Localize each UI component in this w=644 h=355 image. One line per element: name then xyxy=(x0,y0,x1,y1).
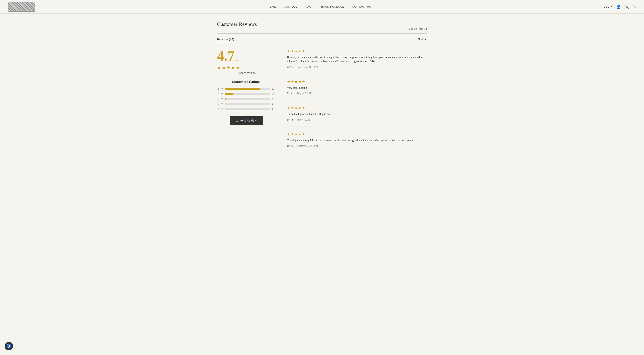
review-separator-3 xyxy=(294,145,296,147)
rating-bar-track-1 xyxy=(225,108,270,110)
customers-ratings-title: Customers Ratings xyxy=(217,80,276,84)
nav-item-catalog[interactable]: CATALOG xyxy=(284,5,298,8)
review-star-icon: ★ xyxy=(291,132,294,136)
review-date-3: September 12, 2021 xyxy=(297,145,318,147)
star-5-icon: ★ xyxy=(236,65,240,70)
review-text-1: Very fast shipping xyxy=(287,86,427,90)
account-icon[interactable]: 👤 xyxy=(616,5,621,9)
reviews-layout: 4.7 /5 ★ ★ ★ ★ ★ From 74 reviews Custome… xyxy=(217,49,427,158)
review-star-icon: ★ xyxy=(298,80,301,84)
reviewer-name-3: B***e xyxy=(287,145,293,147)
review-item-3: ★★★★★ The shipment was quick and the cus… xyxy=(287,132,427,153)
rating-bar-label-4: 4 xyxy=(217,92,220,95)
main-content: Customer Reviews 1 To 10 From 74 Reviews… xyxy=(206,13,439,166)
review-text-3: The shipment was quick and the customer … xyxy=(287,138,427,143)
nav-item-track-package[interactable]: TRACK PACKAGE xyxy=(319,5,344,8)
rating-bar-star-icon-3: ★ xyxy=(221,97,224,100)
from-reviews: From 74 reviews xyxy=(217,71,276,74)
review-star-icon: ★ xyxy=(294,80,298,84)
review-star-icon: ★ xyxy=(294,106,298,110)
rating-bar-label-2: 2 xyxy=(217,102,220,105)
reviewer-name-2: B***n xyxy=(287,118,293,121)
review-item-0: ★★★★★ Honestly it came out exactly how I… xyxy=(287,49,427,74)
rating-bar-track-5 xyxy=(225,88,270,90)
rating-denom: /5 xyxy=(236,57,238,61)
nav-link-faq[interactable]: FAQ xyxy=(306,5,312,8)
review-star-icon: ★ xyxy=(294,49,298,53)
rating-bar-star-icon-2: ★ xyxy=(221,102,224,105)
currency-selector[interactable]: USD ▼ xyxy=(604,5,612,8)
rating-bar-label-1: 1 xyxy=(217,107,220,110)
nav-link-catalog[interactable]: CATALOG xyxy=(284,5,298,8)
rating-bar-count-5: 58 xyxy=(272,87,276,90)
reviews-tab[interactable]: Reviews (74) xyxy=(217,37,234,43)
review-star-icon: ★ xyxy=(287,132,290,136)
review-star-icon: ★ xyxy=(298,132,301,136)
review-date-2: May 4, 2021 xyxy=(297,118,310,121)
review-star-icon: ★ xyxy=(302,132,305,136)
review-stars-2: ★★★★★ xyxy=(287,106,427,110)
star-3-icon: ★ xyxy=(226,65,230,70)
review-meta-1: T***a August 7, 2021 xyxy=(287,92,427,95)
navbar: HOME CATALOG FAQ TRACK PACKAGE CONTACT U… xyxy=(0,0,644,13)
reviews-header: Customer Reviews 1 To 10 From 74 xyxy=(217,21,427,30)
review-text-2: Turned out good. Satisfied with purchase xyxy=(287,112,427,116)
review-star-icon: ★ xyxy=(298,106,301,110)
logo[interactable] xyxy=(8,2,35,12)
nav-item-contact-us[interactable]: CONTACT US xyxy=(352,5,371,8)
sort-label: Sort xyxy=(418,38,423,41)
review-star-icon: ★ xyxy=(302,80,305,84)
rating-bar-count-2: 0 xyxy=(272,102,276,105)
rating-bar-row-5: 5 ★ 58 xyxy=(217,87,276,90)
review-meta-0: A***w November 16, 2021 xyxy=(287,66,427,68)
rating-bar-row-4: 4 ★ 14 xyxy=(217,92,276,95)
nav-links: HOME CATALOG FAQ TRACK PACKAGE CONTACT U… xyxy=(268,5,371,8)
review-star-icon: ★ xyxy=(302,49,305,53)
write-review-button[interactable]: Write A Review xyxy=(230,116,263,125)
review-meta-2: B***n May 4, 2021 xyxy=(287,118,427,121)
rating-bar-fill-5 xyxy=(225,88,260,90)
reviewer-name-0: A***w xyxy=(287,66,293,68)
rating-bar-track-2 xyxy=(225,103,270,105)
currency-label: USD xyxy=(604,5,610,8)
review-star-icon: ★ xyxy=(291,106,294,110)
tabs-row: Reviews (74) Sort ▼ xyxy=(217,37,427,43)
rating-bar-count-1: 0 xyxy=(272,107,276,110)
rating-bar-star-icon-5: ★ xyxy=(221,87,224,90)
nav-link-track-package[interactable]: TRACK PACKAGE xyxy=(319,5,344,8)
rating-bar-count-3: 2 xyxy=(272,97,276,100)
rating-bar-track-3 xyxy=(225,98,270,100)
review-star-icon: ★ xyxy=(287,80,290,84)
nav-item-faq[interactable]: FAQ xyxy=(306,5,312,8)
sort-chevron-icon: ▼ xyxy=(424,38,427,41)
rating-bar-star-icon-4: ★ xyxy=(221,92,224,95)
review-meta-3: B***e September 12, 2021 xyxy=(287,145,427,147)
reviewer-name-1: T***a xyxy=(287,92,292,95)
review-star-icon: ★ xyxy=(287,106,290,110)
reviews-list: ★★★★★ Honestly it came out exactly how I… xyxy=(287,49,427,158)
currency-chevron-icon: ▼ xyxy=(610,6,612,8)
nav-item-home[interactable]: HOME xyxy=(268,5,276,8)
review-star-icon: ★ xyxy=(294,132,298,136)
review-item-2: ★★★★★ Turned out good. Satisfied with pu… xyxy=(287,106,427,127)
star-2-icon: ★ xyxy=(222,65,226,70)
rating-bar-row-2: 2 ★ 0 xyxy=(217,102,276,105)
rating-bar-track-4 xyxy=(225,93,270,95)
review-star-icon: ★ xyxy=(287,49,290,53)
rating-bars: 5 ★ 58 4 ★ 14 3 ★ 2 2 ★ 0 xyxy=(217,87,276,110)
pagination-text: 1 To 10 From 74 xyxy=(408,27,427,30)
cart-icon[interactable]: 🛍 xyxy=(633,5,636,9)
rating-number: 4.7 xyxy=(217,49,235,63)
review-stars-3: ★★★★★ xyxy=(287,132,427,136)
sort-control[interactable]: Sort ▼ xyxy=(418,38,427,43)
star-1-icon: ★ xyxy=(217,65,221,70)
nav-link-home[interactable]: HOME xyxy=(268,5,276,8)
search-icon[interactable]: 🔍 xyxy=(624,5,629,9)
review-stars-0: ★★★★★ xyxy=(287,49,427,53)
rating-bar-fill-4 xyxy=(225,93,234,95)
rating-bar-star-icon-1: ★ xyxy=(221,107,224,110)
nav-link-contact-us[interactable]: CONTACT US xyxy=(352,5,371,8)
review-date-1: August 7, 2021 xyxy=(297,92,312,95)
review-separator-1 xyxy=(294,92,296,95)
rating-bar-fill-3 xyxy=(225,98,226,100)
